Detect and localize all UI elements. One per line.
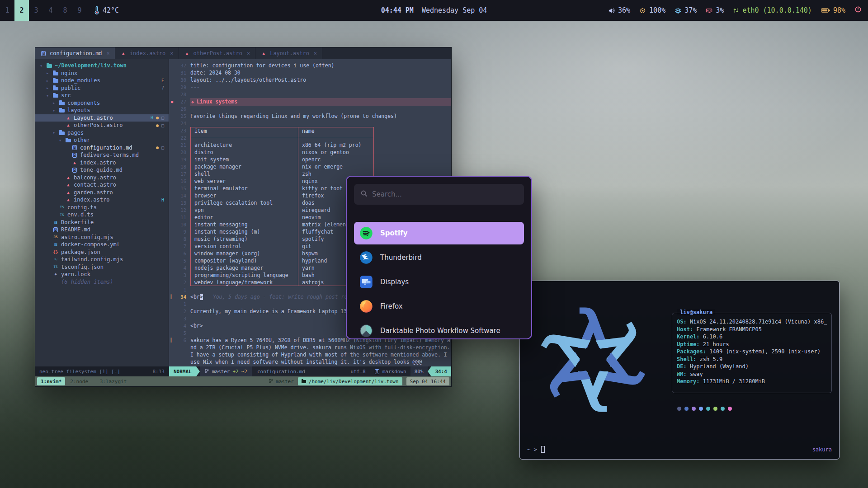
tab-layout-astro[interactable]: Layout.astro ×	[255, 47, 322, 59]
launcher-item-label: Thunderbird	[380, 253, 422, 262]
file-icon	[52, 264, 59, 270]
tree-item[interactable]: index.astro H	[35, 196, 169, 204]
tree-item[interactable]: otherPost.astro ●□	[35, 122, 169, 129]
git-status-badges: ?	[161, 85, 169, 90]
tree-item-label: env.d.ts	[67, 211, 94, 218]
battery-indicator[interactable]: 98%	[821, 6, 845, 14]
tree-item-label: Dockerfile	[61, 219, 94, 225]
launcher-item-darktable[interactable]: Darktable Photo Workflow Software	[354, 319, 524, 339]
status-badge: H	[161, 197, 164, 202]
close-tab-icon[interactable]: ×	[314, 50, 317, 56]
launcher-item-label: Firefox	[380, 302, 403, 310]
cpu-indicator[interactable]: 37%	[675, 6, 697, 14]
tree-item[interactable]: node_modules E	[35, 77, 169, 84]
tree-item[interactable]: package.json	[35, 249, 169, 256]
workspace-button[interactable]: 1	[0, 0, 14, 21]
tree-item[interactable]: yarn.lock	[35, 271, 169, 278]
tree-item-label: tone-guide.md	[80, 167, 123, 173]
tree-item[interactable]: src	[35, 92, 169, 99]
memory-indicator[interactable]: 3%	[706, 6, 724, 14]
shell-prompt[interactable]: ~ >	[527, 446, 545, 453]
tree-item-label: astro.config.mjs	[61, 234, 113, 240]
paragraph-line: ▎ 6 sakura has a Ryzen 5 7640U, 32GB of …	[169, 337, 451, 366]
file-icon	[65, 182, 71, 188]
tree-item[interactable]: Layout.astro H●□	[35, 114, 169, 122]
chevron-icon	[46, 78, 50, 83]
close-tab-icon[interactable]: ×	[170, 50, 173, 56]
launcher-item-label: Darktable Photo Workflow Software	[380, 327, 500, 335]
workspace-button[interactable]: 3	[29, 0, 43, 21]
search-input[interactable]	[372, 190, 518, 198]
tree-item-label: index.astro	[74, 197, 109, 203]
tree-item[interactable]: (6 hidden items)	[35, 278, 169, 286]
vim-mode-indicator: NORMAL	[169, 366, 196, 376]
fetch-terminal-window[interactable]: liv@sakura OS: NixOS 24.11.20240828.71e9…	[519, 281, 840, 460]
tree-item[interactable]: tsconfig.json	[35, 263, 169, 271]
tab-otherpost-astro[interactable]: otherPost.astro ×	[179, 47, 256, 59]
file-icon	[52, 249, 59, 255]
status-badge: □	[161, 145, 164, 150]
tree-item[interactable]: public ?	[35, 84, 169, 92]
close-tab-icon[interactable]: ×	[247, 50, 250, 56]
tree-item-label: components	[67, 100, 100, 106]
tab-configuration-md[interactable]: configuration.md ×	[35, 47, 115, 59]
brightness-indicator[interactable]: 100%	[639, 6, 665, 14]
power-button[interactable]	[854, 6, 862, 15]
tree-item[interactable]: tone-guide.md	[35, 166, 169, 174]
tree-item[interactable]: README.md	[35, 226, 169, 234]
network-indicator[interactable]: eth0 (10.0.0.140)	[733, 6, 812, 14]
tree-item[interactable]: config.ts	[35, 204, 169, 211]
tree-item[interactable]: env.d.ts	[35, 211, 169, 219]
launcher-item-spotify[interactable]: Spotify	[354, 222, 524, 244]
tree-item[interactable]: docker-compose.yml	[35, 241, 169, 249]
tree-item[interactable]: index.astro	[35, 159, 169, 167]
workspace-button[interactable]: 2	[14, 0, 29, 21]
workspace-button[interactable]: 8	[58, 0, 72, 21]
tree-item[interactable]: fediverse-terms.md	[35, 151, 169, 159]
tmux-window-list: 1:nvim* 2:node- 3:lazygit	[37, 377, 130, 385]
chevron-icon	[52, 108, 57, 113]
workspace-button[interactable]: 4	[43, 0, 58, 21]
launcher-item-thunderbird[interactable]: Thunderbird	[354, 246, 524, 269]
tab-index-astro[interactable]: index.astro ×	[115, 47, 179, 59]
file-icon	[52, 227, 59, 233]
tree-item[interactable]: balcony.astro	[35, 174, 169, 182]
tree-item[interactable]: pages	[35, 129, 169, 137]
tree-item[interactable]: tailwind.config.mjs	[35, 256, 169, 263]
file-icon	[65, 174, 71, 180]
tab-label: otherPost.astro	[193, 50, 242, 56]
tree-item[interactable]: nginx	[35, 70, 169, 77]
terminal-cursor	[541, 446, 545, 453]
tree-item[interactable]: Dockerfile	[35, 219, 169, 226]
tree-item-label: garden.astro	[74, 189, 113, 196]
tree-item[interactable]: other	[35, 136, 169, 144]
tree-item-label: pages	[67, 130, 84, 136]
tree-item[interactable]: configuration.md ●□	[35, 144, 169, 152]
tmux-window[interactable]: 1:nvim*	[37, 377, 65, 385]
powerline-separator	[196, 366, 200, 376]
git-branch-segment: master +2 ~2	[200, 366, 252, 376]
tmux-window[interactable]: 3:lazygit	[96, 377, 131, 385]
status-badge: ?	[161, 85, 164, 90]
tree-item[interactable]: astro.config.mjs	[35, 234, 169, 241]
chevron-icon	[46, 93, 50, 98]
fetch-info-line: Uptime: 21 hours	[677, 341, 827, 349]
launcher-item-displays[interactable]: Displays	[354, 271, 524, 293]
tmux-window[interactable]: 2:node-	[66, 377, 94, 385]
status-badge: ●	[156, 115, 159, 120]
fetch-info-box: OS: NixOS 24.11.20240828.71e91c4 (Vicuna…	[672, 313, 832, 393]
tree-item[interactable]: garden.astro	[35, 189, 169, 197]
close-tab-icon[interactable]: ×	[107, 50, 110, 56]
tree-item[interactable]: ~/Development/liv.town	[35, 62, 169, 70]
tree-item[interactable]: layouts	[35, 107, 169, 114]
tree-item[interactable]: contact.astro	[35, 181, 169, 189]
launcher-search[interactable]	[354, 184, 524, 205]
volume-indicator[interactable]: 36%	[608, 6, 630, 14]
tree-item-label: other	[74, 137, 90, 143]
launcher-item-firefox[interactable]: Firefox	[354, 295, 524, 318]
workspace-button[interactable]: 9	[72, 0, 87, 21]
system-indicators: 36% 100% 37% 3% eth0 (10.0.0.140) 98%	[608, 6, 868, 15]
tree-item-label: tailwind.config.mjs	[61, 256, 123, 263]
tree-item[interactable]: components	[35, 99, 169, 107]
launcher-item-label: Spotify	[380, 229, 407, 237]
